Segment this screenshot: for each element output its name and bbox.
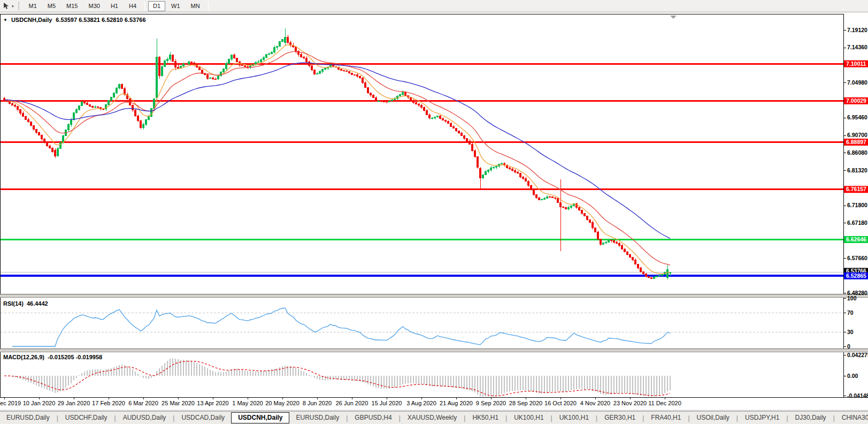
chart-tabs-bar: EURUSD,Daily|USDCHF,Daily|AUDUSD,Daily|U…: [0, 411, 868, 424]
tab-hk50-h1[interactable]: HK50,H1: [466, 412, 505, 423]
svg-text:7.00029: 7.00029: [846, 97, 866, 104]
svg-text:20 May 2020: 20 May 2020: [265, 400, 299, 406]
svg-text:25 Mar 2020: 25 Mar 2020: [162, 400, 195, 406]
timeframe-button-m5[interactable]: M5: [43, 1, 60, 11]
tab-usdcnh-daily[interactable]: USDCNH,Daily: [231, 412, 289, 423]
chart-tabs: EURUSD,Daily|USDCHF,Daily|AUDUSD,Daily|U…: [0, 412, 868, 423]
cursor-tool-dropdown-icon[interactable]: ▾: [12, 4, 14, 9]
rsi-panel: 10070300: [1, 295, 857, 350]
svg-text:7.04980: 7.04980: [847, 79, 867, 86]
tab-usdcad-daily[interactable]: USDCAD,Daily: [175, 412, 231, 423]
tab-eurusd-daily[interactable]: EURUSD,Daily: [289, 412, 345, 423]
svg-text:23 Nov 2020: 23 Nov 2020: [613, 400, 647, 406]
timeframe-button-m15[interactable]: M15: [62, 1, 82, 11]
svg-text:21 Aug 2020: 21 Aug 2020: [440, 400, 473, 406]
macd-panel: 0.0422750.00-0.04148: [4, 352, 868, 399]
svg-text:7.14360: 7.14360: [847, 44, 867, 50]
svg-text:6.76157: 6.76157: [846, 186, 866, 192]
macd-histogram: [4, 358, 670, 397]
svg-text:6.88897: 6.88897: [846, 139, 866, 145]
timeframe-buttons: M1M5M15M30H1H4D1W1MN: [24, 1, 211, 11]
svg-text:-0.04148: -0.04148: [847, 392, 868, 399]
svg-text:4 Nov 2020: 4 Nov 2020: [580, 400, 610, 406]
svg-text:15 Jul 2020: 15 Jul 2020: [372, 400, 402, 406]
price-line-label: 6.76157: [844, 186, 868, 193]
tab-fra40-h1[interactable]: FRA40,H1: [644, 412, 687, 423]
chart-symbol-period: USDCNH,Daily: [11, 17, 52, 23]
svg-text:6.81320: 6.81320: [847, 167, 867, 173]
toolbar-separator: [208, 2, 209, 10]
tab-audusd-daily[interactable]: AUDUSD,Daily: [117, 412, 173, 423]
toolbar-separator: [144, 2, 145, 10]
splitter-main-rsi[interactable]: [0, 294, 868, 298]
chart-canvas[interactable]: 7.191207.143607.049806.954606.907006.860…: [0, 0, 868, 424]
timeframe-button-mn[interactable]: MN: [186, 1, 205, 11]
rsi-name: RSI(14): [3, 300, 24, 307]
svg-text:3 Aug 2020: 3 Aug 2020: [406, 400, 436, 406]
timeframe-button-m1[interactable]: M1: [24, 1, 42, 11]
price-line-label: 6.52865: [844, 272, 868, 279]
svg-text:6.95460: 6.95460: [847, 114, 867, 120]
svg-text:6.86080: 6.86080: [847, 149, 867, 156]
svg-text:6.57660: 6.57660: [847, 255, 867, 261]
rsi-value: 46.4442: [27, 300, 48, 307]
splitter-rsi-macd[interactable]: [0, 349, 868, 352]
svg-text:29 Jan 2020: 29 Jan 2020: [58, 400, 90, 406]
tab-dj30-daily[interactable]: DJ30,Daily: [789, 412, 833, 423]
svg-text:7.10011: 7.10011: [846, 60, 866, 67]
toolbar-grip[interactable]: [18, 2, 20, 10]
svg-text:6.62646: 6.62646: [846, 236, 866, 243]
svg-text:26 Jun 2020: 26 Jun 2020: [336, 400, 368, 406]
svg-text:6.71800: 6.71800: [847, 202, 867, 208]
chart-collapse-icon[interactable]: ▼: [3, 18, 7, 22]
tab-eurusd-daily[interactable]: EURUSD,Daily: [0, 412, 56, 423]
price-line-label: 7.00029: [844, 97, 868, 104]
top-toolbar: ▾ M1M5M15M30H1H4D1W1MN: [0, 0, 868, 12]
svg-text:1 May 2020: 1 May 2020: [232, 400, 263, 406]
svg-text:17 Feb 2020: 17 Feb 2020: [92, 400, 125, 406]
svg-text:8 Jun 2020: 8 Jun 2020: [303, 400, 332, 406]
svg-text:0.00: 0.00: [847, 373, 858, 379]
tab-ger30-h1[interactable]: GER30,H1: [598, 412, 642, 423]
macd-values: -0.015205 -0.019958: [48, 354, 102, 360]
macd-signal-line: [4, 361, 670, 396]
chart-shift-marker-icon[interactable]: [670, 16, 677, 19]
price-line-label: 6.88897: [844, 139, 868, 146]
tab-china300-h1[interactable]: CHINA300,H1: [835, 412, 868, 423]
tab-uk100-h1[interactable]: UK100,H1: [553, 412, 595, 423]
svg-text:7.19120: 7.19120: [847, 27, 867, 33]
tab-uk100-h1[interactable]: UK100,H1: [508, 412, 550, 423]
tab-usdjpy-h1[interactable]: USDJPY,H1: [739, 412, 786, 423]
timeframe-button-h1[interactable]: H1: [106, 1, 123, 11]
chart-title: ▼ USDCNH,Daily 6.53597 6.53821 6.52810 6…: [3, 17, 146, 23]
svg-text:6.52865: 6.52865: [846, 272, 866, 279]
rsi-line: [12, 308, 670, 346]
timeframe-button-d1[interactable]: D1: [148, 1, 165, 11]
svg-text:16 Oct 2020: 16 Oct 2020: [544, 400, 577, 406]
svg-text:100: 100: [847, 295, 857, 301]
svg-text:28 Sep 2020: 28 Sep 2020: [509, 400, 542, 406]
timeframe-button-h4[interactable]: H4: [124, 1, 141, 11]
svg-text:70: 70: [847, 309, 854, 316]
svg-text:13 Apr 2020: 13 Apr 2020: [197, 400, 228, 406]
macd-indicator-label: MACD(12,26,9) -0.015205 -0.019958: [3, 354, 102, 360]
date-axis: 23 Dec 201910 Jan 202029 Jan 202017 Feb …: [0, 397, 681, 406]
mt4-terminal: { "toolbar": { "tool_icon": "cursor-arro…: [0, 0, 868, 424]
cursor-tool-icon[interactable]: [3, 2, 11, 10]
tab-usoil-daily[interactable]: USOil,Daily: [690, 412, 736, 423]
svg-text:10 Jan 2020: 10 Jan 2020: [23, 400, 56, 406]
price-line-label: 7.10011: [844, 60, 868, 67]
timeframe-button-m30[interactable]: M30: [83, 1, 104, 11]
svg-text:6.90700: 6.90700: [847, 132, 867, 138]
macd-name: MACD(12,26,9): [3, 354, 44, 360]
tab-usdchf-daily[interactable]: USDCHF,Daily: [59, 412, 114, 423]
svg-text:6 Mar 2020: 6 Mar 2020: [128, 400, 158, 406]
chart-ohlc-values: 6.53597 6.53821 6.52810 6.53766: [56, 17, 145, 23]
svg-text:9 Sep 2020: 9 Sep 2020: [476, 400, 506, 406]
tab-gbpusd-h4[interactable]: GBPUSD,H4: [348, 412, 398, 423]
timeframe-button-w1[interactable]: W1: [166, 1, 185, 11]
svg-text:23 Dec 2019: 23 Dec 2019: [0, 400, 21, 406]
svg-text:30: 30: [847, 329, 854, 335]
rsi-indicator-label: RSI(14) 46.4442: [3, 300, 48, 307]
tab-xauusd-weekly[interactable]: XAUUSD,Weekly: [401, 412, 463, 423]
